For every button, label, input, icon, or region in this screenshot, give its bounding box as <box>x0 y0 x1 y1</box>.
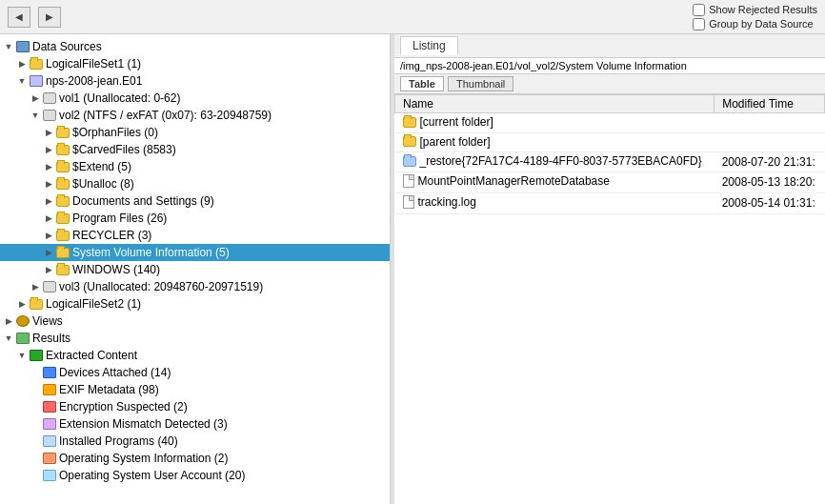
expander-sys-vol-info[interactable]: ▶ <box>42 246 55 259</box>
table-row[interactable]: MountPointManagerRemoteDatabase 2008-05-… <box>395 171 825 192</box>
tab-table[interactable]: Table <box>400 76 444 91</box>
col-modified[interactable]: Modified Time <box>714 95 825 113</box>
file-modified-cell-0 <box>714 113 825 133</box>
show-rejected-checkbox[interactable] <box>693 4 705 16</box>
tree-item-nps-2008-jean[interactable]: ▼nps-2008-jean.E01 <box>0 72 390 90</box>
table-row[interactable]: [current folder] <box>395 113 825 133</box>
expander-placeholder <box>29 434 42 448</box>
back-button[interactable]: ◀ <box>8 7 30 28</box>
file-name-4: tracking.log <box>418 195 476 209</box>
icon-folder <box>29 56 44 71</box>
tree-item-label-docs-settings: Documents and Settings (9) <box>72 194 214 208</box>
file-modified-cell-3: 2008-05-13 18:20: <box>714 171 825 192</box>
path-bar: /img_nps-2008-jean.E01/vol_vol2/System V… <box>394 58 825 74</box>
expander-windows[interactable]: ▶ <box>42 263 55 276</box>
tree-item-carved[interactable]: ▶$CarvedFiles (8583) <box>0 141 390 158</box>
expander-orphan[interactable]: ▶ <box>42 126 55 139</box>
expander-docs-settings[interactable]: ▶ <box>42 194 55 208</box>
tree-item-views[interactable]: ▶Views <box>0 312 390 330</box>
expander-extend[interactable]: ▶ <box>42 160 55 173</box>
tree-item-label-extend: $Extend (5) <box>72 160 131 173</box>
tree-item-os-user[interactable]: Operating System User Account (20) <box>0 467 390 484</box>
col-name[interactable]: Name <box>395 95 714 113</box>
icon-ext <box>42 416 57 432</box>
expander-views[interactable]: ▶ <box>2 314 15 328</box>
tree-item-unalloc[interactable]: ▶$Unalloc (8) <box>0 175 390 192</box>
tree-item-program-files[interactable]: ▶Program Files (26) <box>0 210 390 227</box>
file-name-2: _restore{72FA17C4-4189-4FF0-8037-5773EBA… <box>420 154 702 168</box>
tree-item-data-sources[interactable]: ▼Data Sources <box>0 38 390 55</box>
icon-folder <box>29 296 44 312</box>
tree-item-recycler[interactable]: ▶RECYCLER (3) <box>0 227 390 244</box>
tree-item-label-vol3: vol3 (Unallocated: 20948760-20971519) <box>59 280 263 293</box>
group-by-checkbox[interactable] <box>693 18 705 30</box>
file-name-1: [parent folder] <box>420 135 491 149</box>
tree-item-encryption-suspected[interactable]: Encryption Suspected (2) <box>0 398 390 415</box>
expander-placeholder <box>29 400 42 413</box>
tree-item-label-recycler: RECYCLER (3) <box>72 229 151 242</box>
tree-item-label-logical-file-set1: LogicalFileSet1 (1) <box>46 57 141 71</box>
icon-devices <box>42 365 57 380</box>
expander-data-sources[interactable]: ▼ <box>2 40 15 53</box>
tree-item-orphan[interactable]: ▶$OrphanFiles (0) <box>0 124 390 141</box>
icon-folder <box>55 245 70 260</box>
table-row[interactable]: [parent folder] <box>395 132 825 152</box>
tree-item-label-views: Views <box>32 314 63 328</box>
icon-drive <box>42 108 57 123</box>
tree-item-logical-file-set1[interactable]: ▶LogicalFileSet1 (1) <box>0 55 390 72</box>
file-table: Name Modified Time [current folder] [par… <box>394 94 825 504</box>
expander-vol2[interactable]: ▼ <box>29 109 42 122</box>
tree-item-logical-file-set2[interactable]: ▶LogicalFileSet2 (1) <box>0 295 390 312</box>
tree-item-installed-programs[interactable]: Installed Programs (40) <box>0 433 390 450</box>
tree-item-windows[interactable]: ▶WINDOWS (140) <box>0 261 390 278</box>
show-rejected-label[interactable]: Show Rejected Results <box>693 4 817 16</box>
expander-logical-file-set1[interactable]: ▶ <box>15 57 29 71</box>
file-name-3: MountPointManagerRemoteDatabase <box>418 174 610 188</box>
expander-recycler[interactable]: ▶ <box>42 229 55 242</box>
listing-tab[interactable]: Listing <box>400 36 458 55</box>
expander-extracted-content[interactable]: ▼ <box>15 349 29 362</box>
listing-header: Listing <box>394 34 825 58</box>
tree-item-exif-metadata[interactable]: EXIF Metadata (98) <box>0 381 390 398</box>
file-name-cell: _restore{72FA17C4-4189-4FF0-8037-5773EBA… <box>395 152 714 172</box>
expander-program-files[interactable]: ▶ <box>42 212 55 225</box>
expander-nps-2008-jean[interactable]: ▼ <box>15 74 29 88</box>
tree-item-vol1[interactable]: ▶vol1 (Unallocated: 0-62) <box>0 90 390 107</box>
expander-carved[interactable]: ▶ <box>42 143 55 156</box>
tree-item-results[interactable]: ▼Results <box>0 330 390 347</box>
tree-item-sys-vol-info[interactable]: ▶System Volume Information (5) <box>0 244 390 261</box>
file-modified-cell-1 <box>714 132 825 152</box>
expander-vol3[interactable]: ▶ <box>29 280 42 293</box>
tree-item-label-extracted-content: Extracted Content <box>46 349 137 362</box>
tree-item-label-orphan: $OrphanFiles (0) <box>72 126 158 139</box>
expander-placeholder <box>29 366 42 379</box>
tree-item-extend[interactable]: ▶$Extend (5) <box>0 158 390 175</box>
tree-item-devices-attached[interactable]: Devices Attached (14) <box>0 364 390 381</box>
tree-item-extension-mismatch[interactable]: Extension Mismatch Detected (3) <box>0 415 390 433</box>
group-by-text: Group by Data Source <box>709 18 813 30</box>
tree-item-label-unalloc: $Unalloc (8) <box>72 177 134 191</box>
expander-logical-file-set2[interactable]: ▶ <box>15 297 29 311</box>
tree-item-os-info[interactable]: Operating System Information (2) <box>0 450 390 467</box>
icon-osuser <box>42 468 57 483</box>
table-row[interactable]: _restore{72FA17C4-4189-4FF0-8037-5773EBA… <box>395 152 825 172</box>
table-row[interactable]: tracking.log 2008-05-14 01:31: <box>395 192 825 213</box>
icon-folder <box>55 211 70 226</box>
icon-extracted <box>29 348 44 363</box>
group-by-label[interactable]: Group by Data Source <box>693 18 817 30</box>
icon-folder <box>55 176 70 192</box>
file-modified-cell-2: 2008-07-20 21:31: <box>714 152 825 172</box>
tree-item-vol3[interactable]: ▶vol3 (Unallocated: 20948760-20971519) <box>0 278 390 295</box>
tree-item-extracted-content[interactable]: ▼Extracted Content <box>0 347 390 364</box>
tree-item-label-extension-mismatch: Extension Mismatch Detected (3) <box>59 417 228 431</box>
expander-results[interactable]: ▼ <box>2 332 15 345</box>
expander-vol1[interactable]: ▶ <box>29 91 42 105</box>
expander-placeholder <box>29 452 42 465</box>
tree-item-label-windows: WINDOWS (140) <box>72 263 160 276</box>
tree-item-vol2[interactable]: ▼vol2 (NTFS / exFAT (0x07): 63-20948759) <box>0 107 390 124</box>
tab-thumbnail[interactable]: Thumbnail <box>448 76 513 91</box>
expander-unalloc[interactable]: ▶ <box>42 177 55 191</box>
forward-button[interactable]: ▶ <box>38 7 61 28</box>
tree-item-docs-settings[interactable]: ▶Documents and Settings (9) <box>0 192 390 210</box>
file-name-cell: MountPointManagerRemoteDatabase <box>395 171 714 192</box>
